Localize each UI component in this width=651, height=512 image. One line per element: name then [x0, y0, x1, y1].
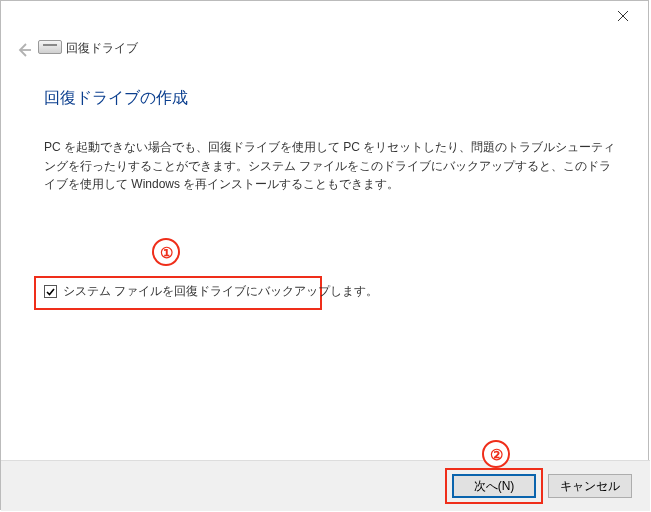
- next-button[interactable]: 次へ(N): [452, 474, 536, 498]
- back-arrow-icon: [16, 42, 32, 58]
- window-frame: [0, 0, 649, 510]
- back-button[interactable]: [14, 40, 34, 60]
- window-title: 回復ドライブ: [66, 40, 138, 57]
- cancel-button-label: キャンセル: [560, 478, 620, 495]
- backup-system-files-option[interactable]: システム ファイルを回復ドライブにバックアップします。: [44, 283, 378, 300]
- backup-system-files-label: システム ファイルを回復ドライブにバックアップします。: [63, 283, 378, 300]
- page-title: 回復ドライブの作成: [44, 88, 188, 109]
- backup-system-files-checkbox[interactable]: [44, 285, 57, 298]
- next-button-label: 次へ(N): [474, 478, 515, 495]
- close-button[interactable]: [605, 4, 641, 28]
- recovery-drive-icon: [38, 40, 60, 56]
- annotation-1-marker: ①: [152, 238, 180, 266]
- close-icon: [617, 10, 629, 22]
- page-description: PC を起動できない場合でも、回復ドライブを使用して PC をリセットしたり、問…: [44, 138, 617, 194]
- annotation-2-marker: ②: [482, 440, 510, 468]
- cancel-button[interactable]: キャンセル: [548, 474, 632, 498]
- checkmark-icon: [45, 286, 56, 297]
